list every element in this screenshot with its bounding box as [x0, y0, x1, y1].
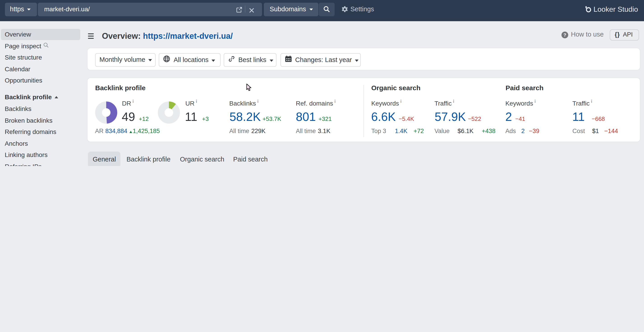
svg-text:?: ? [564, 32, 566, 37]
